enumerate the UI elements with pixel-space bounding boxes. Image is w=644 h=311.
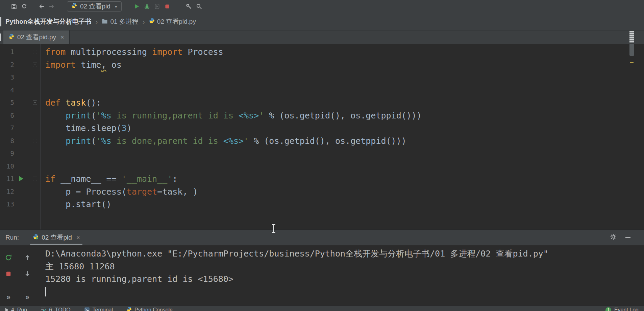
run-tab[interactable]: 02 查看pid × <box>28 230 84 245</box>
code-token: <%s> <box>239 111 259 120</box>
line-number[interactable]: 10 <box>0 160 14 173</box>
more-actions-icon[interactable]: » <box>23 292 32 301</box>
line-number[interactable]: 9 <box>0 147 14 160</box>
line-number[interactable]: 7 <box>0 122 14 135</box>
editor-tab[interactable]: 02 查看pid.py × <box>3 30 70 44</box>
event-log-button[interactable]: 1 Event Log <box>605 307 639 311</box>
code-token: ' <box>244 136 249 146</box>
tab-close-icon[interactable]: × <box>60 34 64 41</box>
python-icon <box>33 234 39 241</box>
terminal-icon <box>84 307 90 311</box>
code-line[interactable]: 4 <box>0 84 644 97</box>
code-text: p = Process(target=task, ) <box>40 185 198 198</box>
line-number[interactable]: 5 <box>0 96 14 109</box>
tab-close-icon[interactable]: × <box>76 234 80 241</box>
left-edge-marker <box>0 34 1 41</box>
left-edge-marker <box>0 17 1 26</box>
line-number[interactable]: 12 <box>0 185 14 198</box>
fold-marker-icon[interactable]: − <box>33 139 37 143</box>
breadcrumb-project[interactable]: Python全栈开发与分析电子书 <box>5 17 91 26</box>
sync-icon[interactable] <box>19 2 29 11</box>
breadcrumb-label: Python全栈开发与分析电子书 <box>5 17 91 26</box>
code-token: is running,parent id is <box>112 111 239 120</box>
python-icon <box>71 3 77 10</box>
line-number[interactable]: 8 <box>0 135 14 148</box>
code-token: time.sleep( <box>45 123 122 133</box>
code-text: import time, os <box>40 59 122 71</box>
run-config-selector[interactable]: 02 查看pid ▾ <box>67 1 122 12</box>
inspection-indicator[interactable] <box>629 31 634 43</box>
stop-icon[interactable] <box>162 2 172 11</box>
editor-tab-bar: 02 查看pid.py × <box>0 30 644 44</box>
hide-panel-icon[interactable] <box>625 237 630 238</box>
code-token: os <box>106 60 122 70</box>
forward-icon[interactable] <box>47 2 57 11</box>
rerun-icon[interactable] <box>4 253 13 262</box>
breadcrumb-separator: › <box>95 18 98 26</box>
fold-marker-icon[interactable]: − <box>33 101 37 105</box>
code-token: (): <box>86 98 101 108</box>
run-icon[interactable] <box>132 2 142 11</box>
run-console[interactable]: D:\Anaconda3\python.exe "E:/PycharmProje… <box>45 247 624 306</box>
breadcrumb-file[interactable]: 02 查看pid.py <box>149 17 196 26</box>
code-token: ) <box>127 123 132 133</box>
line-number[interactable]: 2 <box>0 59 14 71</box>
code-token: % (os.getpid(), os.getppid())) <box>249 136 406 146</box>
up-arrow-icon[interactable] <box>23 253 32 262</box>
toolwindow-terminal-button[interactable]: Terminal <box>84 307 113 311</box>
fold-marker-icon[interactable]: − <box>33 177 37 181</box>
code-token: print <box>66 136 91 146</box>
code-token: target <box>127 187 157 197</box>
fold-marker-icon[interactable]: − <box>33 50 37 54</box>
code-line[interactable]: 9 <box>0 147 644 160</box>
stop-console-icon[interactable] <box>4 269 13 278</box>
line-number[interactable]: 11 <box>0 173 14 185</box>
code-token: task <box>66 98 86 108</box>
toolwindow-todo-button[interactable]: 6: TODO <box>41 307 70 311</box>
coverage-icon[interactable] <box>152 2 162 11</box>
editor-tab-label: 02 查看pid.py <box>17 33 56 42</box>
code-line[interactable]: 8− print('%s is done,parent id is <%s>' … <box>0 135 644 148</box>
code-token: multiprocessing <box>66 47 152 57</box>
code-line[interactable]: 12 p = Process(target=task, ) <box>0 185 644 198</box>
code-line[interactable]: 11−if __name__ == '__main__': <box>0 173 644 185</box>
code-line[interactable]: 7 time.sleep(3) <box>0 122 644 135</box>
code-token: ( <box>91 111 96 120</box>
code-line[interactable]: 5−def task(): <box>0 96 644 109</box>
status-bar: 4: Run 6: TODO Terminal Python Console 1… <box>0 306 644 311</box>
breadcrumb-folder[interactable]: 01 多进程 <box>102 17 138 26</box>
main-toolbar: 02 查看pid ▾ <box>0 0 644 13</box>
scrollbar-thumb[interactable] <box>629 44 634 56</box>
gear-icon[interactable] <box>610 234 617 242</box>
code-token: Process <box>182 47 223 57</box>
warning-stripe-mark[interactable] <box>630 62 634 63</box>
code-token <box>45 111 66 120</box>
code-line[interactable]: 13 p.start() <box>0 198 644 211</box>
line-number[interactable]: 3 <box>0 71 14 84</box>
search-icon[interactable] <box>194 2 204 11</box>
line-number[interactable]: 1 <box>0 46 14 59</box>
code-line[interactable]: 3 <box>0 71 644 84</box>
wrench-icon[interactable] <box>184 2 194 11</box>
line-number[interactable]: 4 <box>0 84 14 97</box>
console-line: 主 15680 11268 <box>45 260 624 273</box>
code-line[interactable]: 10 <box>0 160 644 173</box>
line-number[interactable]: 13 <box>0 198 14 211</box>
gutter: 13 <box>0 198 40 211</box>
code-line[interactable]: 1−from multiprocessing import Process <box>0 46 644 59</box>
toolwindow-python-console-button[interactable]: Python Console <box>126 307 173 311</box>
code-line[interactable]: 2−import time, os <box>0 59 644 71</box>
line-number[interactable]: 6 <box>0 109 14 122</box>
back-icon[interactable] <box>36 2 47 11</box>
more-actions-icon[interactable]: » <box>4 292 13 301</box>
toolwindow-run-button[interactable]: 4: Run <box>5 307 27 311</box>
save-icon[interactable] <box>9 2 19 11</box>
down-arrow-icon[interactable] <box>23 269 32 278</box>
code-line[interactable]: 6 print('%s is running,parent id is <%s>… <box>0 109 644 122</box>
breadcrumb-label: 01 多进程 <box>110 17 138 26</box>
fold-marker-icon[interactable]: − <box>33 63 37 67</box>
run-gutter-icon[interactable] <box>19 176 23 181</box>
code-token: , <box>101 60 106 70</box>
debug-icon[interactable] <box>142 2 152 11</box>
code-editor[interactable]: 1−from multiprocessing import Process2−i… <box>0 44 644 229</box>
